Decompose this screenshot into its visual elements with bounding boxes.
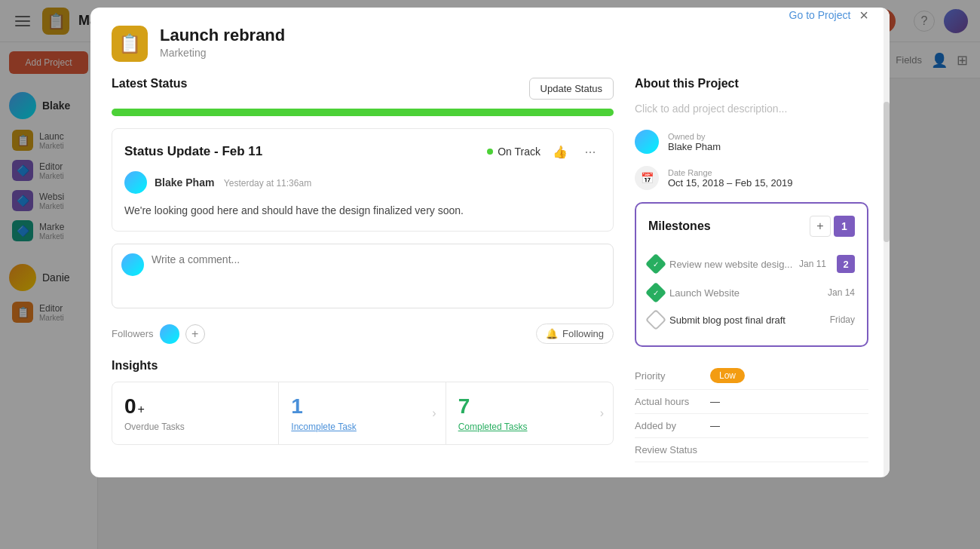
insights-title: Insights: [112, 359, 614, 373]
owner-meta: Owned by Blake Pham: [668, 132, 721, 152]
status-badge-row: On Track 👍 ···: [487, 141, 601, 162]
overdue-number: 0+: [124, 394, 266, 419]
insights-section: Insights 0+ Overdue Tasks 1 In: [112, 359, 614, 445]
milestone-3-name: Submit blog post final draft: [669, 314, 786, 326]
date-range-value: Oct 15, 2018 – Feb 15, 2019: [668, 177, 793, 189]
status-card-header: Status Update - Feb 11 On Track 👍 ···: [124, 141, 601, 162]
completed-label: Completed Tasks: [458, 422, 601, 432]
priority-label: Priority: [635, 370, 710, 382]
project-modal: Go to Project × 📋 Launch rebrand Marketi…: [90, 8, 890, 477]
status-card: Status Update - Feb 11 On Track 👍 ···: [112, 128, 614, 232]
comment-user-avatar: [121, 253, 144, 276]
completed-arrow: ›: [600, 406, 604, 420]
milestone-1-left: ✓ Review new website desig...: [648, 256, 792, 271]
on-track-label: On Track: [498, 146, 541, 158]
about-title: About this Project: [635, 77, 868, 90]
modal-left-panel: Latest Status Update Status Status Updat…: [112, 77, 614, 462]
modal-project-title: Launch rebrand: [160, 26, 868, 45]
milestone-3-left: Submit blog post final draft: [648, 312, 786, 327]
date-range-label: Date Range: [668, 168, 793, 177]
date-range-meta: Date Range Oct 15, 2018 – Feb 15, 2019: [668, 168, 793, 189]
progress-bar: [112, 109, 614, 116]
thumbs-up-button[interactable]: 👍: [550, 141, 571, 162]
update-status-button[interactable]: Update Status: [529, 78, 614, 100]
bell-icon: 🔔: [546, 328, 558, 339]
status-user-avatar: [124, 171, 147, 194]
insight-completed[interactable]: 7 Completed Tasks ›: [446, 382, 613, 444]
milestone-item-2: ✓ Launch Website Jan 14: [648, 279, 855, 306]
owner-avatar: [635, 130, 659, 154]
followers-left: Followers +: [112, 324, 205, 344]
milestone-count-2: 2: [837, 255, 855, 273]
insights-grid: 0+ Overdue Tasks 1 Incomplete Task ›: [112, 382, 614, 445]
on-track-dot: [487, 149, 493, 155]
status-user-info: Blake Pham Yesterday at 11:36am: [155, 176, 311, 189]
description-placeholder[interactable]: Click to add project description...: [635, 103, 868, 115]
milestones-card: Milestones + 1 ✓: [635, 202, 868, 347]
date-range-row: 📅 Date Range Oct 15, 2018 – Feb 15, 2019: [635, 166, 868, 190]
actual-hours-value: —: [710, 396, 720, 407]
milestone-add-button[interactable]: +: [810, 216, 831, 237]
followers-row: Followers + 🔔 Following: [112, 317, 614, 344]
status-body-text: We're looking good here and should have …: [124, 203, 601, 219]
incomplete-label: Incomplete Task: [291, 422, 433, 432]
milestone-2-complete-icon: ✓: [645, 282, 666, 303]
review-status-label: Review Status: [635, 444, 710, 455]
owned-by-row: Owned by Blake Pham: [635, 130, 868, 154]
milestone-2-date: Jan 14: [828, 287, 855, 298]
add-follower-button[interactable]: +: [185, 324, 205, 344]
calendar-icon: 📅: [635, 166, 659, 190]
priority-row: Priority Low: [635, 362, 868, 390]
milestones-title: Milestones: [648, 219, 711, 233]
comment-input[interactable]: [152, 253, 604, 299]
milestone-item-1: ✓ Review new website desig... Jan 11 2: [648, 249, 855, 279]
status-update-title: Status Update - Feb 11: [124, 144, 262, 159]
modal-right-panel: About this Project Click to add project …: [635, 77, 868, 462]
modal-header: 📋 Launch rebrand Marketing: [90, 8, 890, 62]
modal-project-icon: 📋: [112, 26, 148, 62]
owner-name: Blake Pham: [668, 141, 721, 152]
status-user-name: Blake Pham: [155, 176, 214, 189]
comment-box: [112, 244, 614, 308]
completed-number: 7: [458, 394, 601, 419]
status-time: Yesterday at 11:36am: [224, 178, 311, 189]
milestone-item-3: Submit blog post final draft Friday: [648, 306, 855, 333]
milestone-1-complete-icon: ✓: [645, 253, 666, 274]
insight-incomplete[interactable]: 1 Incomplete Task ›: [279, 382, 446, 444]
modal-scrollbar[interactable]: [884, 8, 890, 477]
following-label: Following: [562, 328, 604, 339]
latest-status-row: Latest Status Update Status: [112, 77, 614, 100]
followers-label: Followers: [112, 328, 154, 339]
modal-project-subtitle: Marketing: [160, 47, 868, 59]
milestone-count-1: 1: [834, 216, 855, 237]
added-by-row: Added by —: [635, 414, 868, 438]
follower-avatar-1: [160, 324, 179, 344]
overdue-label: Overdue Tasks: [124, 422, 266, 432]
milestone-3-pending-icon: [645, 309, 666, 330]
scrollbar-thumb: [884, 102, 890, 243]
milestone-3-date: Friday: [830, 314, 855, 325]
added-by-label: Added by: [635, 420, 710, 431]
milestone-1-right: Jan 11 2: [799, 255, 855, 273]
review-status-row: Review Status: [635, 438, 868, 462]
modal-body: Latest Status Update Status Status Updat…: [90, 62, 890, 477]
actual-hours-row: Actual hours —: [635, 390, 868, 414]
status-user-row: Blake Pham Yesterday at 11:36am: [124, 171, 601, 194]
following-button[interactable]: 🔔 Following: [536, 324, 614, 344]
milestone-1-name: Review new website desig...: [669, 259, 792, 270]
milestone-2-left: ✓ Launch Website: [648, 285, 740, 300]
on-track-badge: On Track: [487, 146, 541, 158]
actual-hours-label: Actual hours: [635, 396, 710, 407]
insight-overdue: 0+ Overdue Tasks: [112, 382, 279, 444]
added-by-value: —: [710, 420, 720, 431]
milestone-1-date: Jan 11: [799, 259, 826, 269]
milestone-2-name: Launch Website: [669, 287, 740, 299]
milestones-header: Milestones + 1: [648, 216, 855, 237]
incomplete-arrow: ›: [432, 406, 436, 420]
incomplete-number: 1: [291, 394, 433, 419]
milestones-controls: + 1: [810, 216, 855, 237]
modal-overlay: Go to Project × 📋 Launch rebrand Marketi…: [0, 0, 980, 549]
latest-status-title: Latest Status: [112, 77, 187, 90]
priority-value: Low: [710, 368, 745, 383]
status-more-button[interactable]: ···: [580, 141, 601, 162]
